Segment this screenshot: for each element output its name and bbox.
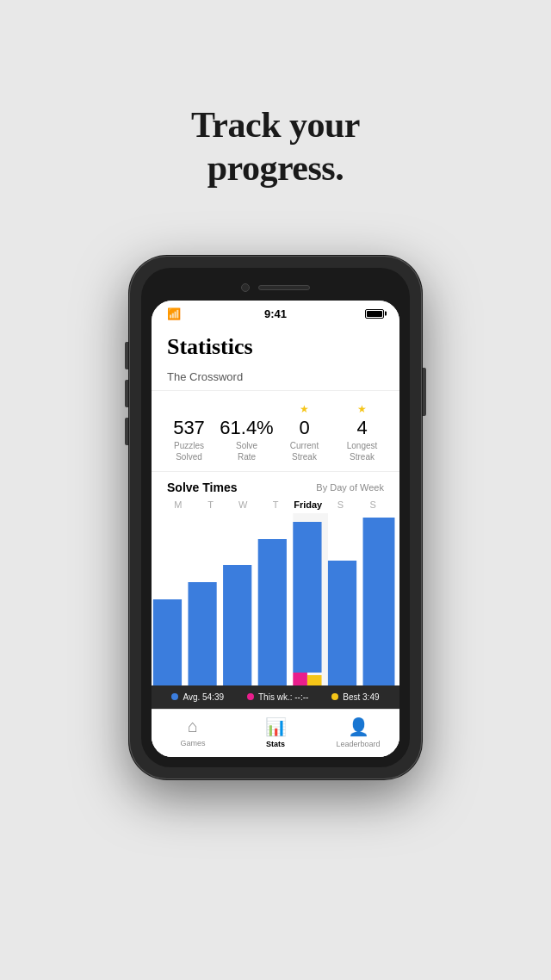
nav-stats-label: Stats bbox=[266, 740, 285, 748]
leaderboard-icon: 👤 bbox=[348, 716, 369, 737]
legend-thisweek-label: This wk.: --:-- bbox=[258, 692, 308, 702]
legend-best: Best 3:49 bbox=[331, 692, 379, 702]
chart-area bbox=[152, 513, 399, 685]
status-left: 📶 bbox=[167, 307, 181, 320]
legend-best-label: Best 3:49 bbox=[343, 692, 379, 702]
games-icon: ⌂ bbox=[188, 716, 198, 736]
phone-notch bbox=[152, 278, 399, 301]
legend-dot-avg bbox=[171, 693, 178, 700]
stats-row: 537 PuzzlesSolved 61.4% SolveRate ★ 0 Cu… bbox=[152, 391, 399, 472]
battery-icon bbox=[365, 309, 384, 319]
legend-avg: Avg. 54:39 bbox=[171, 692, 224, 702]
legend-avg-label: Avg. 54:39 bbox=[183, 692, 224, 702]
stat-longest-streak: ★ 4 LongestStreak bbox=[333, 403, 391, 462]
app-content: Statistics The Crossword 537 PuzzlesSolv… bbox=[152, 324, 399, 757]
svg-rect-7 bbox=[307, 675, 322, 685]
day-label-sun: S bbox=[356, 499, 389, 510]
stat-label-rate: SolveRate bbox=[236, 440, 257, 462]
stats-icon: 📊 bbox=[265, 716, 287, 737]
section-label: The Crossword bbox=[152, 367, 399, 391]
svg-rect-5 bbox=[293, 522, 321, 673]
battery-fill bbox=[367, 311, 382, 317]
status-time: 9:41 bbox=[264, 307, 287, 320]
day-label-tue: T bbox=[195, 499, 227, 510]
chart-subtitle: By Day of Week bbox=[316, 482, 384, 493]
star-current-streak: ★ bbox=[300, 403, 309, 417]
chart-svg bbox=[152, 513, 399, 685]
status-bar: 📶 9:41 bbox=[152, 301, 399, 324]
chart-title: Solve Times bbox=[167, 481, 237, 494]
star-longest-streak: ★ bbox=[357, 403, 367, 417]
stat-value-current: 0 bbox=[299, 419, 309, 437]
stat-label-longest: LongestStreak bbox=[347, 440, 378, 462]
svg-rect-9 bbox=[363, 518, 395, 685]
nav-games[interactable]: ⌂ Games bbox=[152, 716, 234, 747]
day-label-thu: T bbox=[259, 499, 292, 510]
stat-label-current: CurrentStreak bbox=[290, 440, 319, 462]
page-title: Statistics bbox=[152, 324, 399, 367]
stat-value-longest: 4 bbox=[356, 419, 367, 437]
stat-value-puzzles: 537 bbox=[173, 419, 205, 437]
nav-leaderboard-label: Leaderboard bbox=[336, 740, 380, 748]
day-label-wed: W bbox=[226, 499, 259, 510]
phone-screen: 📶 9:41 Statistics The Crossword bbox=[152, 301, 399, 757]
stat-puzzles-solved: 537 PuzzlesSolved bbox=[160, 403, 218, 462]
phone-camera bbox=[241, 283, 250, 292]
svg-rect-8 bbox=[328, 561, 356, 685]
svg-rect-1 bbox=[153, 599, 182, 685]
svg-rect-3 bbox=[223, 565, 251, 685]
day-labels: M T W T Friday S S bbox=[152, 499, 399, 510]
nav-leaderboard[interactable]: 👤 Leaderboard bbox=[317, 716, 399, 748]
nav-games-label: Games bbox=[180, 739, 205, 747]
nav-stats[interactable]: 📊 Stats bbox=[234, 716, 317, 748]
day-label-sat: S bbox=[325, 499, 357, 510]
day-label-mon: M bbox=[162, 499, 195, 510]
day-label-fri: Friday bbox=[292, 499, 325, 510]
phone-speaker bbox=[258, 285, 310, 290]
headline-text: Track your progress. bbox=[191, 103, 360, 190]
stat-current-streak: ★ 0 CurrentStreak bbox=[276, 403, 333, 462]
legend-thisweek: This wk.: --:-- bbox=[247, 692, 308, 702]
stat-label-puzzles: PuzzlesSolved bbox=[174, 440, 204, 462]
stat-value-rate: 61.4% bbox=[220, 419, 273, 437]
headline: Track your progress. bbox=[191, 52, 360, 225]
wifi-icon: 📶 bbox=[167, 307, 181, 320]
svg-rect-4 bbox=[258, 539, 287, 685]
status-right bbox=[365, 309, 384, 319]
chart-header: Solve Times By Day of Week bbox=[152, 472, 399, 499]
bottom-nav: ⌂ Games 📊 Stats 👤 Leaderboard bbox=[152, 709, 399, 757]
legend-dot-thisweek bbox=[247, 693, 254, 700]
svg-rect-2 bbox=[188, 582, 216, 685]
chart-legend: Avg. 54:39 This wk.: --:-- Best 3:49 bbox=[152, 685, 399, 709]
svg-rect-6 bbox=[293, 673, 307, 685]
legend-dot-best bbox=[331, 693, 338, 700]
stat-solve-rate: 61.4% SolveRate bbox=[218, 403, 276, 462]
phone-mockup: 📶 9:41 Statistics The Crossword bbox=[129, 256, 422, 779]
